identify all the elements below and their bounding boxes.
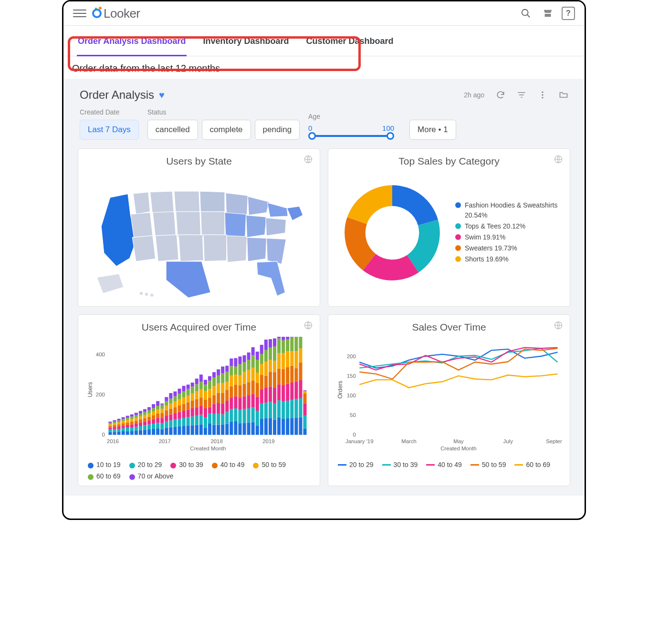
- svg-rect-244: [247, 360, 251, 370]
- svg-rect-270: [264, 376, 268, 388]
- filter-label-age: Age: [308, 113, 394, 120]
- svg-rect-116: [169, 409, 172, 415]
- svg-rect-100: [160, 423, 164, 429]
- svg-rect-159: [195, 392, 199, 399]
- svg-text:200: 200: [96, 392, 105, 397]
- tile-top-sales[interactable]: Top Sales by Category Fashion Hoodies & …: [328, 148, 570, 307]
- tab-order-analysis[interactable]: Order Analysis Dashboard: [77, 30, 187, 53]
- tiles-grid: Users by State: [63, 148, 585, 496]
- svg-rect-60: [135, 421, 138, 424]
- bar-legend: 10 to 1920 to 2930 to 3940 to 4950 to 59…: [86, 458, 312, 481]
- svg-rect-168: [199, 374, 203, 382]
- kebab-menu-icon[interactable]: [538, 90, 547, 100]
- svg-rect-62: [135, 415, 138, 417]
- svg-rect-223: [234, 366, 237, 374]
- age-slider[interactable]: 0100: [308, 124, 394, 137]
- svg-rect-137: [182, 404, 186, 411]
- explore-icon[interactable]: [303, 155, 313, 166]
- svg-rect-77: [143, 409, 146, 412]
- svg-rect-173: [204, 391, 207, 400]
- explore-icon[interactable]: [554, 321, 563, 332]
- svg-rect-222: [234, 374, 237, 384]
- svg-rect-180: [208, 389, 211, 398]
- svg-rect-97: [156, 406, 159, 410]
- svg-rect-95: [156, 414, 159, 418]
- svg-rect-72: [143, 425, 146, 429]
- svg-text:January '19: January '19: [345, 438, 373, 444]
- svg-rect-169: [204, 427, 207, 435]
- logo-ring-icon: [92, 9, 102, 18]
- svg-rect-274: [269, 418, 272, 435]
- svg-rect-247: [251, 407, 255, 422]
- filter-more[interactable]: More • 1: [409, 120, 456, 140]
- explore-icon[interactable]: [554, 155, 563, 166]
- svg-rect-323: [299, 417, 302, 435]
- svg-rect-112: [165, 397, 168, 401]
- svg-text:Created Month: Created Month: [190, 446, 226, 451]
- svg-rect-278: [269, 360, 272, 372]
- filter-created-date[interactable]: Last 7 Days: [80, 120, 139, 140]
- tile-users-by-state[interactable]: Users by State: [78, 148, 320, 307]
- svg-point-8: [150, 293, 154, 297]
- svg-rect-257: [256, 373, 259, 383]
- svg-rect-205: [225, 412, 229, 424]
- svg-rect-235: [243, 384, 246, 396]
- svg-rect-130: [178, 405, 181, 412]
- filter-status-complete[interactable]: complete: [202, 120, 251, 140]
- svg-rect-279: [269, 348, 272, 360]
- svg-rect-260: [260, 419, 263, 435]
- filter-status-cancelled[interactable]: cancelled: [147, 120, 198, 140]
- svg-rect-139: [182, 392, 186, 398]
- help-icon[interactable]: ?: [562, 7, 575, 20]
- filter-label-created-date: Created Date: [80, 108, 139, 116]
- svg-rect-335: [303, 391, 306, 392]
- filter-icon[interactable]: [517, 90, 526, 100]
- svg-rect-123: [173, 407, 177, 413]
- svg-text:2019: 2019: [262, 438, 274, 444]
- svg-rect-126: [173, 392, 177, 396]
- svg-rect-330: [303, 429, 306, 435]
- tile-title: Top Sales by Category: [336, 156, 562, 167]
- svg-rect-170: [204, 417, 207, 427]
- app-logo[interactable]: Looker: [92, 6, 140, 21]
- refresh-icon[interactable]: [496, 90, 505, 100]
- svg-rect-324: [299, 398, 302, 417]
- svg-rect-69: [139, 414, 142, 416]
- search-icon[interactable]: [518, 5, 534, 21]
- svg-rect-327: [299, 348, 302, 362]
- svg-rect-102: [160, 413, 164, 418]
- svg-rect-248: [251, 394, 255, 408]
- svg-text:2017: 2017: [159, 438, 171, 444]
- legend-item: 50 to 59: [470, 461, 506, 468]
- svg-rect-184: [212, 414, 216, 425]
- marketplace-icon[interactable]: [540, 5, 556, 21]
- tile-sales-over-time[interactable]: Sales Over Time 050100150200OrdersJanuar…: [328, 314, 570, 486]
- svg-rect-254: [256, 411, 259, 426]
- svg-rect-48: [126, 418, 129, 420]
- svg-rect-272: [264, 350, 268, 362]
- legend-item: 20 to 29: [129, 461, 162, 468]
- svg-rect-198: [221, 415, 224, 425]
- menu-icon[interactable]: [73, 7, 86, 20]
- filter-status-pending[interactable]: pending: [255, 120, 300, 140]
- tile-users-acquired[interactable]: Users Acquired over Time 0200400Users201…: [78, 314, 320, 486]
- tab-inventory[interactable]: Inventory Dashboard: [202, 30, 290, 53]
- svg-rect-303: [286, 401, 289, 418]
- svg-rect-153: [191, 386, 194, 393]
- svg-rect-57: [135, 430, 138, 435]
- tab-customer[interactable]: Customer Dashboard: [305, 30, 394, 53]
- folder-icon[interactable]: [559, 90, 568, 100]
- svg-rect-229: [238, 375, 241, 385]
- svg-rect-176: [208, 424, 211, 435]
- svg-rect-54: [130, 419, 134, 421]
- svg-text:400: 400: [96, 352, 105, 357]
- tile-title: Users Acquired over Time: [86, 322, 312, 333]
- svg-rect-40: [122, 421, 125, 424]
- svg-rect-51: [130, 427, 134, 431]
- legend-item: 60 to 69: [514, 461, 550, 468]
- svg-rect-127: [178, 426, 181, 435]
- favorite-icon[interactable]: ♥: [159, 90, 165, 101]
- svg-rect-117: [169, 404, 172, 409]
- svg-rect-50: [130, 431, 134, 435]
- explore-icon[interactable]: [303, 321, 313, 332]
